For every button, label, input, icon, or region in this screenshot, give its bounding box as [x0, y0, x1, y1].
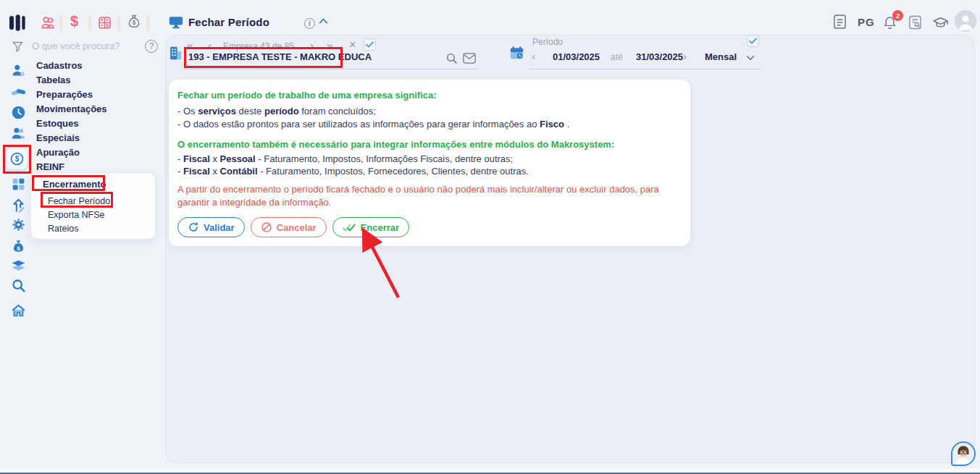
- gear-icon[interactable]: [9, 216, 27, 233]
- handshake-icon[interactable]: [9, 83, 27, 101]
- submenu-item-fechar-periodo[interactable]: Fechar Período: [48, 196, 110, 206]
- period-frequency-select[interactable]: Mensal: [705, 51, 737, 62]
- card-line-fisco: - O dados estão prontos para ser utiliza…: [177, 119, 569, 130]
- envelope-icon[interactable]: [463, 53, 476, 67]
- company-search-icon[interactable]: [445, 52, 458, 67]
- home-icon[interactable]: [9, 302, 27, 319]
- validar-button[interactable]: Validar: [177, 217, 245, 237]
- period-until-label: até: [611, 52, 623, 62]
- collapse-chevron-up-icon[interactable]: [319, 18, 328, 27]
- topbar-separator: [59, 16, 62, 30]
- pg-button[interactable]: PG: [858, 16, 875, 28]
- user-avatar[interactable]: [955, 10, 976, 35]
- calculator-grid-icon[interactable]: [9, 175, 27, 192]
- document-search-icon[interactable]: [908, 15, 922, 33]
- card-warning-text: A partir do encerramento o período ficar…: [177, 183, 684, 209]
- finance-module-icon[interactable]: $: [70, 13, 78, 30]
- submenu-item-exporta-nfse[interactable]: Exporta NFSe: [48, 210, 105, 220]
- prohibited-icon: [261, 221, 272, 233]
- period-underline: [529, 69, 761, 69]
- company-next-button[interactable]: ›: [310, 40, 314, 51]
- card-line-servicos: - Os serviços deste período foram conclu…: [177, 106, 376, 117]
- svg-text:$: $: [133, 20, 136, 26]
- sidebar-item-cadastros[interactable]: Cadastros: [36, 59, 107, 73]
- layers-icon[interactable]: [9, 257, 27, 274]
- company-checkbox[interactable]: [364, 38, 376, 51]
- notifications-bell-icon[interactable]: 2: [882, 14, 897, 33]
- card-line-fiscal-contabil: - Fiscal x Contábil - Faturamento, Impos…: [177, 166, 529, 177]
- document-icon[interactable]: [833, 14, 847, 33]
- company-close-icon[interactable]: ×: [349, 39, 356, 51]
- moneybag-module-icon[interactable]: $: [126, 14, 142, 34]
- users-group-icon[interactable]: [9, 124, 27, 142]
- submenu-item-rateios[interactable]: Rateios: [48, 224, 78, 234]
- company-name-field[interactable]: 193 - EMPRESA TESTE - MAKRO EDUCA: [188, 51, 372, 62]
- company-first-button[interactable]: «: [187, 40, 193, 51]
- cancelar-label: Cancelar: [277, 222, 317, 233]
- users-module-icon[interactable]: [41, 15, 56, 33]
- period-next-button[interactable]: ›: [683, 51, 687, 62]
- card-heading-2: O encerramento também é necessário para …: [177, 139, 614, 150]
- encerramento-submenu: Encerramento Fechar Período Exporta NFSe…: [30, 172, 156, 240]
- filter-funnel-icon[interactable]: [12, 41, 24, 56]
- app-window: $ $ Fechar Período i PG 2 ?: [0, 0, 980, 469]
- search-magnifier-icon[interactable]: [9, 276, 27, 294]
- card-line-fiscal-pessoal: - Fiscal x Pessoal - Faturamento, Impost…: [177, 153, 513, 164]
- company-prev-button[interactable]: ‹: [208, 40, 212, 51]
- svg-text:$: $: [14, 155, 19, 163]
- sidebar-item-preparacoes[interactable]: Preparações: [36, 88, 107, 102]
- period-label: Período: [532, 37, 563, 47]
- monitor-icon: [169, 16, 183, 33]
- topbar-separator: [146, 16, 149, 30]
- card-heading-1: Fechar um período de trabalho de uma emp…: [177, 90, 437, 101]
- clock-icon[interactable]: [9, 103, 27, 121]
- help-question-icon[interactable]: ?: [145, 40, 158, 53]
- period-end-date[interactable]: 31/03/2025: [636, 51, 683, 62]
- info-icon[interactable]: i: [304, 18, 315, 29]
- user-settings-icon[interactable]: [9, 62, 27, 79]
- topbar-separator: [117, 16, 120, 30]
- sidebar-item-apuracao[interactable]: Apuração: [36, 145, 107, 160]
- calendar-icon: [509, 46, 524, 64]
- sidebar-item-movimentacoes[interactable]: Movimentações: [36, 102, 107, 117]
- period-checkbox[interactable]: [747, 35, 759, 47]
- company-underline: [183, 69, 478, 69]
- submenu-title-encerramento[interactable]: Encerramento: [43, 179, 106, 190]
- topbar-separator: [88, 16, 91, 30]
- company-nav-label: Empresa 43 de 85: [223, 41, 294, 51]
- money-bag-icon[interactable]: $: [9, 237, 27, 255]
- page-title: Fechar Período: [188, 16, 269, 28]
- validar-label: Validar: [204, 222, 235, 233]
- makrosystem-logo-icon[interactable]: [9, 14, 28, 35]
- graduation-cap-icon[interactable]: [932, 14, 949, 33]
- period-start-date[interactable]: 01/03/2025: [553, 51, 600, 62]
- building-icon: [169, 46, 183, 64]
- annotation-arrow: [340, 221, 413, 304]
- cancelar-button[interactable]: Cancelar: [251, 217, 327, 237]
- period-prev-button[interactable]: ‹: [532, 51, 535, 62]
- upload-edit-icon[interactable]: [9, 197, 27, 214]
- chat-assistant-avatar[interactable]: [951, 441, 976, 466]
- calculator-module-icon[interactable]: [97, 15, 112, 33]
- sidebar-item-estoques[interactable]: Estoques: [36, 117, 107, 131]
- fechar-periodo-card: Fechar um período de trabalho de uma emp…: [169, 80, 690, 246]
- notification-badge: 2: [892, 10, 903, 21]
- sidebar-item-apuracao-coin-icon[interactable]: $: [5, 147, 28, 170]
- sidebar-item-tabelas[interactable]: Tabelas: [36, 73, 107, 88]
- sidebar-item-especiais[interactable]: Especiais: [36, 131, 107, 145]
- company-last-button[interactable]: »: [327, 40, 332, 51]
- search-input[interactable]: [32, 41, 141, 51]
- refresh-icon: [188, 221, 199, 233]
